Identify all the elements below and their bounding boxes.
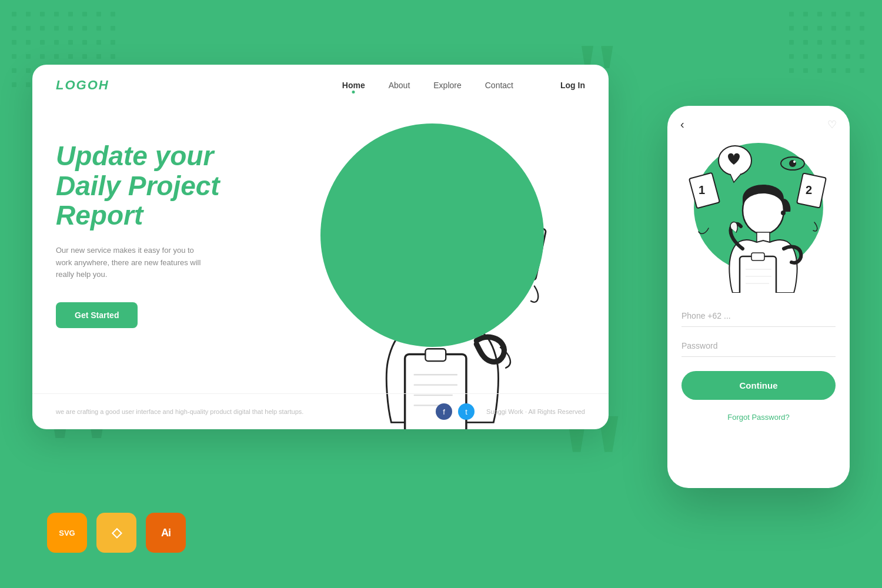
nav-logo: LOGOH: [56, 78, 109, 93]
mobile-card: ‹ ♡ 1 2: [667, 106, 850, 488]
desktop-card: LOGOH Home About Explore Contact Log In …: [32, 65, 609, 429]
mobile-back-button[interactable]: ‹: [680, 118, 684, 131]
nav-link-explore[interactable]: Explore: [433, 81, 461, 90]
svg-rect-12: [425, 349, 446, 361]
desktop-footer: we are crafting a good user interface an…: [32, 393, 609, 429]
svg-rect-29: [751, 253, 764, 260]
hero-title: Update your Daily Project Report: [56, 141, 279, 230]
nav-link-home[interactable]: Home: [342, 81, 365, 90]
bg-dots-top-right: [789, 12, 870, 79]
svg-point-26: [781, 211, 786, 215]
svg-point-24: [793, 161, 796, 163]
ai-badge[interactable]: Ai: [146, 513, 186, 553]
nav-login-button[interactable]: Log In: [560, 81, 585, 90]
phone-input[interactable]: [681, 305, 836, 327]
nav-link-about[interactable]: About: [389, 81, 410, 90]
svg-text:2: 2: [806, 183, 812, 196]
mobile-illustration: 1 2: [667, 137, 850, 296]
sketch-badge-icon: ◇: [112, 525, 122, 540]
twitter-icon[interactable]: t: [458, 403, 475, 420]
svg-badge[interactable]: SVG: [47, 513, 87, 553]
desktop-nav: LOGOH Home About Explore Contact Log In: [32, 65, 609, 106]
mobile-figure-svg: 1 2: [676, 140, 841, 293]
nav-links: Home About Explore Contact: [342, 81, 513, 90]
illustration-circle: [320, 123, 544, 347]
svg-badge-label: SVG: [59, 529, 75, 537]
facebook-icon[interactable]: f: [436, 403, 452, 420]
mobile-heart-button[interactable]: ♡: [827, 118, 837, 131]
mobile-top-bar: ‹ ♡: [667, 106, 850, 137]
desktop-hero: Update your Daily Project Report Our new…: [32, 106, 609, 429]
mobile-form: Continue Forgot Password?: [667, 296, 850, 488]
footer-copyright: Sunggi Work · All Rights Reserved: [486, 408, 585, 415]
forgot-password-link[interactable]: Forgot Password?: [681, 413, 836, 422]
password-input[interactable]: [681, 335, 836, 357]
svg-text:1: 1: [699, 183, 705, 196]
hero-illustration: 1 2: [279, 118, 585, 429]
footer-socials: f t: [436, 403, 475, 420]
nav-link-contact[interactable]: Contact: [485, 81, 513, 90]
sketch-badge[interactable]: ◇: [96, 513, 136, 553]
footer-text: we are crafting a good user interface an…: [56, 408, 303, 415]
hero-description: Our new service makes it easy for you to…: [56, 245, 209, 281]
get-started-button[interactable]: Get Started: [56, 302, 138, 328]
continue-button[interactable]: Continue: [681, 371, 836, 400]
hero-left: Update your Daily Project Report Our new…: [56, 118, 279, 429]
svg-rect-28: [740, 256, 776, 293]
ai-badge-label: Ai: [161, 527, 171, 539]
bottom-badges: SVG ◇ Ai: [47, 513, 186, 553]
